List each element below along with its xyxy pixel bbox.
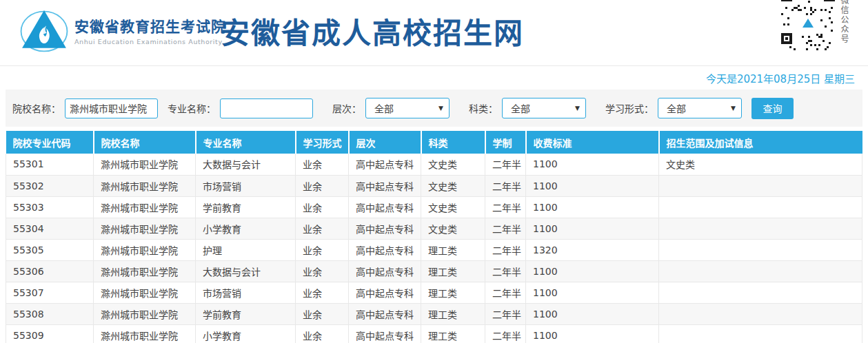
table-cell: 1100 <box>526 196 659 218</box>
major-name-input[interactable] <box>220 98 313 118</box>
page-title: 安徽省成人高校招生网 <box>221 10 524 52</box>
table-cell: 滁州城市职业学院 <box>94 239 196 260</box>
table-cell: 二年半 <box>485 239 526 260</box>
table-cell: 文史类 <box>421 218 485 239</box>
school-name-input[interactable] <box>65 98 158 118</box>
table-cell: 滁州城市职业学院 <box>94 154 196 175</box>
table-cell: 理工类 <box>421 303 485 324</box>
table-cell: 滁州城市职业学院 <box>94 324 196 343</box>
category-select[interactable]: 全部 ▼ <box>502 98 586 118</box>
column-header: 收费标准 <box>526 131 659 154</box>
table-cell: 滁州城市职业学院 <box>94 260 196 282</box>
table-cell: 文史类 <box>421 196 485 218</box>
table-cell: 高中起点专科 <box>349 303 421 324</box>
study-form-label: 学习形式： <box>605 101 654 115</box>
filter-panel: 院校名称： 专业名称： 层次： 全部 ▼ 科类： 全部 ▼ 学习形式： 全部 ▼… <box>6 90 862 127</box>
table-cell: 市场营销 <box>196 175 296 196</box>
org-name: 安徽省教育招生考试院 <box>74 15 226 36</box>
table-cell: 大数据与会计 <box>196 260 296 282</box>
table-cell: 业余 <box>296 239 349 260</box>
search-button[interactable]: 查询 <box>751 98 794 119</box>
column-header: 学习形式 <box>296 131 349 154</box>
table-cell <box>659 196 862 218</box>
column-header: 学制 <box>485 131 526 154</box>
table-cell: 文史类 <box>659 154 862 175</box>
table-cell: 55309 <box>6 324 94 343</box>
table-cell: 1100 <box>526 260 659 282</box>
table-cell: 二年半 <box>485 154 526 175</box>
qr-caption: 微信公众号 <box>838 0 850 66</box>
table-cell <box>659 175 862 196</box>
org-name-en: Anhui Education Examinations Authority <box>74 38 226 45</box>
table-header: 院校专业代码院校名称专业名称学习形式层次科类学制收费标准招生范围及加试信息 <box>6 131 862 154</box>
column-header: 招生范围及加试信息 <box>659 131 862 154</box>
table-cell: 大数据与会计 <box>196 154 296 175</box>
table-cell: 二年半 <box>485 260 526 282</box>
table-cell: 业余 <box>296 154 349 175</box>
table-cell: 二年半 <box>485 324 526 343</box>
table-row: 55301滁州城市职业学院大数据与会计业余高中起点专科文史类二年半1100文史类 <box>6 154 862 175</box>
qr-center-logo-icon <box>800 15 816 30</box>
table-cell: 55306 <box>6 260 94 282</box>
category-label: 科类： <box>469 101 498 115</box>
table-cell: 高中起点专科 <box>349 218 421 239</box>
table-cell: 二年半 <box>485 303 526 324</box>
date-bar: 今天是2021年08月25日 星期三 <box>0 66 868 88</box>
page-header: 安徽省教育招生考试院 Anhui Education Examinations … <box>0 0 868 66</box>
table-cell: 55301 <box>6 154 94 175</box>
column-header: 院校名称 <box>94 131 196 154</box>
study-form-select-value: 全部 <box>667 101 686 115</box>
chevron-down-icon: ▼ <box>438 105 443 112</box>
results-table-wrap: 院校专业代码院校名称专业名称学习形式层次科类学制收费标准招生范围及加试信息 55… <box>6 131 862 343</box>
table-cell: 滁州城市职业学院 <box>94 196 196 218</box>
table-cell <box>659 303 862 324</box>
table-cell <box>659 324 862 343</box>
table-cell: 55304 <box>6 218 94 239</box>
site-logo: 安徽省教育招生考试院 Anhui Education Examinations … <box>18 4 226 56</box>
table-cell: 滁州城市职业学院 <box>94 282 196 303</box>
table-cell: 滁州城市职业学院 <box>94 218 196 239</box>
table-cell: 二年半 <box>485 175 526 196</box>
current-date-text: 今天是2021年08月25日 星期三 <box>706 71 855 85</box>
column-header: 专业名称 <box>196 131 296 154</box>
level-select-value: 全部 <box>374 101 394 115</box>
table-cell: 高中起点专科 <box>349 154 421 175</box>
table-cell <box>659 282 862 303</box>
level-select[interactable]: 全部 ▼ <box>365 98 450 118</box>
table-row: 55303滁州城市职业学院学前教育业余高中起点专科文史类二年半1100 <box>6 196 862 218</box>
chevron-down-icon: ▼ <box>575 105 580 112</box>
table-cell <box>659 260 862 282</box>
table-cell: 高中起点专科 <box>349 282 421 303</box>
table-cell: 理工类 <box>421 282 485 303</box>
table-cell: 理工类 <box>421 324 485 343</box>
table-cell: 小学教育 <box>196 218 296 239</box>
table-cell: 1100 <box>526 175 659 196</box>
table-cell: 小学教育 <box>196 324 296 343</box>
table-row: 55306滁州城市职业学院大数据与会计业余高中起点专科理工类二年半1100 <box>6 260 862 282</box>
column-header: 科类 <box>421 131 485 154</box>
table-cell: 学前教育 <box>196 303 296 324</box>
table-cell: 业余 <box>296 196 349 218</box>
table-cell: 高中起点专科 <box>349 175 421 196</box>
table-cell: 55303 <box>6 196 94 218</box>
table-row: 55302滁州城市职业学院市场营销业余高中起点专科文史类二年半1100 <box>6 175 862 196</box>
qr-code <box>781 0 835 52</box>
table-body: 55301滁州城市职业学院大数据与会计业余高中起点专科文史类二年半1100文史类… <box>6 154 862 343</box>
study-form-select[interactable]: 全部 ▼ <box>658 98 742 118</box>
table-cell: 1100 <box>526 282 659 303</box>
table-row: 55309滁州城市职业学院小学教育业余高中起点专科理工类二年半1100 <box>6 324 862 343</box>
level-label: 层次： <box>332 101 361 115</box>
table-row: 55308滁州城市职业学院学前教育业余高中起点专科理工类二年半1100 <box>6 303 862 324</box>
table-cell: 二年半 <box>485 196 526 218</box>
results-table: 院校专业代码院校名称专业名称学习形式层次科类学制收费标准招生范围及加试信息 55… <box>6 131 862 343</box>
school-name-label: 院校名称： <box>12 101 61 115</box>
table-cell: 二年半 <box>485 282 526 303</box>
table-cell: 业余 <box>296 218 349 239</box>
table-cell: 业余 <box>296 303 349 324</box>
table-row: 55305滁州城市职业学院护理业余高中起点专科理工类二年半1320 <box>6 239 862 260</box>
table-cell: 1100 <box>526 303 659 324</box>
table-cell: 学前教育 <box>196 196 296 218</box>
chevron-down-icon: ▼ <box>731 105 736 112</box>
table-cell: 1100 <box>526 154 659 175</box>
column-header: 层次 <box>349 131 421 154</box>
